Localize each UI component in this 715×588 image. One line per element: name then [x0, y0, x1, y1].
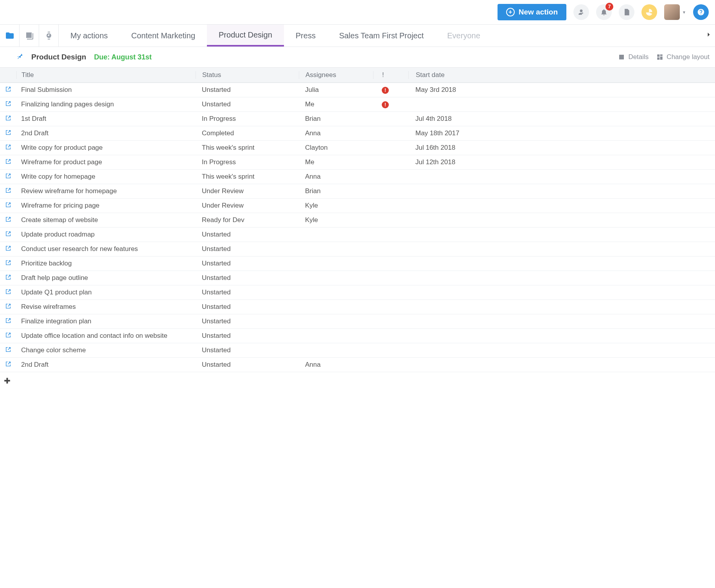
tab-product-design[interactable]: Product Design: [207, 25, 284, 47]
tabs-scroll-right[interactable]: [705, 31, 713, 41]
cell-status[interactable]: This week's sprint: [196, 173, 299, 181]
table-row[interactable]: Wireframe for pricing pageUnder ReviewKy…: [0, 199, 715, 213]
cell-title[interactable]: Finalizing landing pages design: [16, 100, 196, 108]
cell-status[interactable]: In Progress: [196, 115, 299, 123]
cell-title[interactable]: Revise wireframes: [16, 303, 196, 311]
cell-assignees[interactable]: Anna: [299, 129, 373, 137]
cell-title[interactable]: 1st Draft: [16, 115, 196, 123]
new-action-button[interactable]: + New action: [498, 4, 566, 20]
cell-title[interactable]: Finalize integration plan: [16, 317, 196, 325]
cell-status[interactable]: Unstarted: [196, 361, 299, 369]
table-row[interactable]: Change color schemeUnstarted: [0, 343, 715, 358]
open-link-icon[interactable]: [5, 260, 11, 268]
table-row[interactable]: 2nd DraftCompletedAnnaMay 18th 2017: [0, 126, 715, 141]
cell-title[interactable]: Write copy for product page: [16, 144, 196, 152]
cell-title[interactable]: Wireframe for product page: [16, 158, 196, 166]
cell-assignees[interactable]: Anna: [299, 173, 373, 181]
cell-status[interactable]: Unstarted: [196, 100, 299, 108]
table-row[interactable]: 1st DraftIn ProgressBrianJul 4th 2018: [0, 112, 715, 126]
cell-status[interactable]: Under Review: [196, 202, 299, 210]
tab-everyone[interactable]: Everyone: [435, 25, 492, 47]
cell-title[interactable]: Update Q1 product plan: [16, 289, 196, 296]
table-row[interactable]: Conduct user research for new featuresUn…: [0, 242, 715, 256]
cell-assignees[interactable]: Julia: [299, 86, 373, 94]
cell-status[interactable]: Ready for Dev: [196, 216, 299, 224]
cell-status[interactable]: Under Review: [196, 187, 299, 195]
open-link-icon[interactable]: [5, 187, 11, 195]
cell-title[interactable]: Change color scheme: [16, 346, 196, 354]
cell-title[interactable]: Review wireframe for homepage: [16, 187, 196, 195]
open-link-icon[interactable]: [5, 86, 11, 94]
tab-my-actions[interactable]: My actions: [59, 25, 120, 47]
open-link-icon[interactable]: [5, 216, 11, 224]
open-link-icon[interactable]: [5, 361, 11, 369]
cell-start-date[interactable]: Jul 12th 2018: [408, 158, 715, 166]
cell-flag[interactable]: !: [373, 86, 408, 94]
cell-status[interactable]: Unstarted: [196, 260, 299, 267]
cell-flag[interactable]: !: [373, 100, 408, 108]
cell-status[interactable]: In Progress: [196, 158, 299, 166]
table-row[interactable]: Finalizing landing pages designUnstarted…: [0, 97, 715, 112]
open-link-icon[interactable]: [5, 346, 11, 355]
docs-button[interactable]: [619, 4, 634, 20]
cell-start-date[interactable]: Jul 16th 2018: [408, 144, 715, 152]
cell-status[interactable]: Unstarted: [196, 245, 299, 253]
open-link-icon[interactable]: [5, 332, 11, 340]
tab-sales-team-first-project[interactable]: Sales Team First Project: [327, 25, 435, 47]
table-row[interactable]: Draft help page outlineUnstarted: [0, 271, 715, 285]
table-row[interactable]: Revise wireframesUnstarted: [0, 300, 715, 314]
open-link-icon[interactable]: [5, 274, 11, 282]
table-row[interactable]: Wireframe for product pageIn ProgressMeJ…: [0, 155, 715, 170]
open-link-icon[interactable]: [5, 115, 11, 123]
change-layout-button[interactable]: Change layout: [656, 53, 710, 61]
cell-status[interactable]: Unstarted: [196, 303, 299, 311]
details-button[interactable]: Details: [618, 53, 649, 61]
cell-assignees[interactable]: Me: [299, 100, 373, 108]
cell-assignees[interactable]: Me: [299, 158, 373, 166]
cell-status[interactable]: Unstarted: [196, 231, 299, 238]
tab-content-marketing[interactable]: Content Marketing: [120, 25, 207, 47]
open-link-icon[interactable]: [5, 231, 11, 239]
cell-status[interactable]: Completed: [196, 129, 299, 137]
time-button[interactable]: [39, 25, 59, 47]
cell-assignees[interactable]: Brian: [299, 187, 373, 195]
open-link-icon[interactable]: [5, 289, 11, 297]
news-button[interactable]: [20, 25, 39, 47]
add-row-button[interactable]: ✚: [0, 372, 715, 389]
cell-title[interactable]: Update product roadmap: [16, 231, 196, 238]
cell-status[interactable]: This week's sprint: [196, 144, 299, 152]
cell-status[interactable]: Unstarted: [196, 317, 299, 325]
cell-assignees[interactable]: Brian: [299, 115, 373, 123]
reports-button[interactable]: [641, 4, 657, 20]
cell-title[interactable]: Final Submission: [16, 86, 196, 94]
table-row[interactable]: Finalize integration planUnstarted: [0, 314, 715, 329]
cell-title[interactable]: Write copy for homepage: [16, 173, 196, 181]
table-row[interactable]: Final SubmissionUnstartedJulia!May 3rd 2…: [0, 83, 715, 97]
open-link-icon[interactable]: [5, 158, 11, 167]
pin-icon[interactable]: [16, 53, 23, 62]
table-row[interactable]: Update product roadmapUnstarted: [0, 228, 715, 242]
table-row[interactable]: Update office location and contact info …: [0, 329, 715, 343]
cell-status[interactable]: Unstarted: [196, 86, 299, 94]
open-link-icon[interactable]: [5, 144, 11, 152]
cell-assignees[interactable]: Anna: [299, 361, 373, 369]
cell-title[interactable]: Update office location and contact info …: [16, 332, 196, 340]
open-link-icon[interactable]: [5, 317, 11, 326]
open-link-icon[interactable]: [5, 245, 11, 253]
cell-title[interactable]: Create sitemap of website: [16, 216, 196, 224]
add-user-button[interactable]: [573, 4, 589, 20]
open-link-icon[interactable]: [5, 173, 11, 181]
cell-title[interactable]: Wireframe for pricing page: [16, 202, 196, 210]
col-status[interactable]: Status: [196, 71, 299, 79]
cell-status[interactable]: Unstarted: [196, 289, 299, 296]
cell-status[interactable]: Unstarted: [196, 274, 299, 282]
help-button[interactable]: [693, 4, 709, 20]
cell-start-date[interactable]: May 3rd 2018: [408, 86, 715, 94]
cell-start-date[interactable]: May 18th 2017: [408, 129, 715, 137]
cell-title[interactable]: Draft help page outline: [16, 274, 196, 282]
cell-assignees[interactable]: Kyle: [299, 202, 373, 210]
col-flag[interactable]: !: [373, 71, 408, 79]
folder-button[interactable]: [0, 25, 20, 47]
cell-title[interactable]: Conduct user research for new features: [16, 245, 196, 253]
col-title[interactable]: Title: [16, 71, 196, 79]
